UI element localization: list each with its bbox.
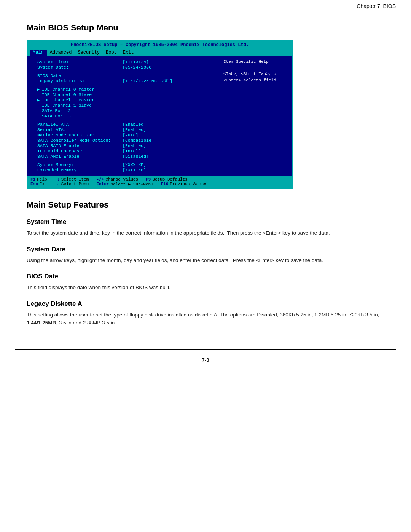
bios-label-ide-ch1-master: IDE Channel 1 Master (31, 97, 123, 102)
bios-key-f10: F10 (161, 182, 169, 187)
subsection-title-bios-date: BIOS Date (27, 273, 384, 280)
bottom-divider (15, 349, 396, 350)
bios-key-desc-esc: Exit (40, 182, 49, 187)
bios-value-system-memory: [XXXX KB] (123, 162, 146, 167)
subsection-title-system-date: System Date (27, 246, 384, 253)
bios-key-desc-f9: Setup Defaults (152, 177, 187, 182)
bios-title-bar: PhoenixBIOS Setup – Copyright 1985-2004 … (27, 41, 292, 49)
bios-menu-boot[interactable]: Boot (103, 50, 120, 56)
bios-footer-row-2: Esc Exit ↔ Select Menu Enter Select ▶ Su… (30, 182, 289, 187)
bios-row-ide-ch1-slave: IDE Channel 1 Slave (31, 103, 216, 108)
bios-label-sata-port3: SATA Port 3 (31, 113, 123, 118)
bios-label-sata-ahci: SATA AHCI Enable (31, 154, 123, 159)
features-section-title: Main Setup Features (27, 200, 384, 210)
bios-footer-select-menu: ↔ Select Menu (57, 182, 89, 187)
bios-label-system-time: System Time: (31, 59, 123, 64)
bios-key-f1: F1 (30, 177, 35, 182)
bios-sidebar-text: <Tab>, <Shift-Tab>, or <Enter> selects f… (223, 71, 289, 83)
bios-row-native-mode: Native Mode Operation: [Auto] (31, 133, 216, 137)
bios-row-bios-date: BIOS Date (31, 73, 216, 78)
bios-menu-main[interactable]: Main (30, 50, 47, 56)
bios-label-extended-memory: Extended Memory: (31, 168, 123, 173)
bios-label-sata-ctrl-mode: SATA Controller Mode Option: (31, 138, 123, 143)
bios-value-ich-raid: [Intel] (123, 149, 141, 153)
bios-row-ide-ch0-master: IDE Channel 0 Master (31, 87, 216, 92)
bios-label-ich-raid: ICH Raid CodeBase (31, 149, 123, 153)
bios-footer-esc: Esc Exit (30, 182, 49, 187)
bios-value-sata-raid: [Enabled] (123, 143, 146, 148)
bios-key-enter: Enter (96, 182, 109, 187)
bios-key-desc-plusminus: Change Values (105, 177, 138, 182)
subsection-text-system-date: Using the arrow keys, highlight the mont… (27, 256, 384, 265)
page-header: Chapter 7: BIOS (0, 0, 411, 11)
bios-body: System Time: [11:13:24] System Date: [05… (27, 56, 292, 176)
bios-row-legacy-diskette: Legacy Diskette A: [1.44/1.25 MB 3½"] (31, 78, 216, 83)
bios-key-arrows: ↑↓ (55, 177, 60, 182)
bios-value-sata-ahci: [Disabled] (123, 154, 149, 159)
bios-label-parallel-ata: Parallel ATA: (31, 122, 123, 127)
bios-key-desc-f10: Previous Values (170, 182, 208, 187)
bios-row-ide-ch1-master: IDE Channel 1 Master (31, 97, 216, 102)
bios-value-sata-ctrl-mode: [Compatible] (123, 138, 154, 143)
bios-screenshot: PhoenixBIOS Setup – Copyright 1985-2004 … (27, 40, 293, 189)
bios-key-plusminus: -/+ (96, 177, 104, 182)
bios-row-sata-port3: SATA Port 3 (31, 113, 216, 118)
bios-value-extended-memory: [XXXX KB] (123, 168, 146, 173)
main-section-title: Main BIOS Setup Menu (27, 23, 384, 33)
bios-key-desc-lr-arrows: Select Menu (61, 182, 89, 187)
bios-row-sata-ahci: SATA AHCI Enable [Disabled] (31, 154, 216, 159)
bios-label-ide-ch1-slave: IDE Channel 1 Slave (31, 103, 123, 108)
bios-row-system-time: System Time: [11:13:24] (31, 59, 216, 64)
bios-key-lr-arrows: ↔ (57, 182, 60, 187)
bios-main-panel: System Time: [11:13:24] System Date: [05… (27, 56, 220, 176)
bios-row-extended-memory: Extended Memory: [XXXX KB] (31, 168, 216, 173)
bios-row-ide-ch0-slave: IDE Channel 0 Slave (31, 92, 216, 97)
bios-row-ich-raid: ICH Raid CodeBase [Intel] (31, 149, 216, 153)
bios-row-system-memory: System Memory: [XXXX KB] (31, 162, 216, 167)
bios-value-legacy-diskette: [1.44/1.25 MB 3½"] (123, 78, 172, 83)
page-number: 7-3 (0, 357, 411, 363)
bios-footer-enter: Enter Select ▶ Sub-Menu (96, 182, 153, 187)
bios-label-system-memory: System Memory: (31, 162, 123, 167)
bios-label-bios-date: BIOS Date (31, 73, 123, 78)
bios-row-serial-ata: Serial ATA: [Enabled] (31, 127, 216, 132)
bios-value-native-mode: [Auto] (123, 133, 138, 137)
bios-key-desc-arrows: Select Item (61, 177, 89, 182)
bios-menu-exit[interactable]: Exit (120, 50, 137, 56)
bios-row-sata-port2: SATA Port 2 (31, 108, 216, 113)
bios-footer: F1 Help ↑↓ Select Item -/+ Change Values… (27, 176, 292, 188)
bios-menu-bar: Main Advanced Security Boot Exit (27, 49, 292, 56)
bios-label-sata-raid: SATA RAID Enable (31, 143, 123, 148)
bios-key-esc: Esc (30, 182, 38, 187)
bios-row-sata-ctrl-mode: SATA Controller Mode Option: [Compatible… (31, 138, 216, 143)
bios-label-legacy-diskette: Legacy Diskette A: (31, 78, 123, 83)
bios-key-desc-enter: Select ▶ Sub-Menu (110, 182, 153, 187)
bios-key-desc-f1: Help (37, 177, 47, 182)
bios-label-sata-port2: SATA Port 2 (31, 108, 123, 113)
bios-label-ide-ch0-master: IDE Channel 0 Master (31, 87, 123, 92)
bios-value-system-time: [11:13:24] (123, 59, 149, 64)
subsection-text-legacy-diskette: This setting allows the user to set the … (27, 311, 384, 327)
bios-row-parallel-ata: Parallel ATA: [Enabled] (31, 122, 216, 127)
bios-footer-f9: F9 Setup Defaults (146, 177, 188, 182)
bios-value-parallel-ata: [Enabled] (123, 122, 146, 127)
bios-label-ide-ch0-slave: IDE Channel 0 Slave (31, 92, 123, 97)
subsection-title-legacy-diskette: Legacy Diskette A (27, 300, 384, 308)
page-content: Main BIOS Setup Menu PhoenixBIOS Setup –… (0, 11, 411, 345)
bios-menu-security[interactable]: Security (75, 50, 103, 56)
bios-row-system-date: System Date: [05-24-2006] (31, 65, 216, 70)
bios-footer-plusminus: -/+ Change Values (96, 177, 138, 182)
bios-menu-advanced[interactable]: Advanced (47, 50, 75, 56)
bios-key-f9: F9 (146, 177, 151, 182)
subsection-text-bios-date: This field displays the date when this v… (27, 283, 384, 292)
bios-value-system-date: [05-24-2006] (123, 65, 154, 70)
bios-footer-arrows: ↑↓ Select Item (55, 177, 89, 182)
bios-value-serial-ata: [Enabled] (123, 127, 146, 132)
bios-footer-f10: F10 Previous Values (161, 182, 208, 187)
bios-label-serial-ata: Serial ATA: (31, 127, 123, 132)
bios-footer-f1: F1 Help (30, 177, 47, 182)
subsection-text-system-time: To set the system date and time, key in … (27, 229, 384, 237)
bios-sidebar-title: Item Specific Help (223, 59, 289, 64)
bios-sidebar: Item Specific Help <Tab>, <Shift-Tab>, o… (220, 56, 292, 176)
bios-row-sata-raid: SATA RAID Enable [Enabled] (31, 143, 216, 148)
